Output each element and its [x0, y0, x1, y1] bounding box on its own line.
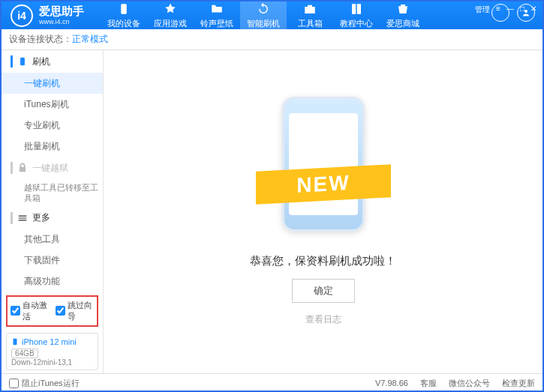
- tab-apps-games[interactable]: 应用游戏: [147, 1, 194, 29]
- sidebar-header-jailbreak: 一键越狱: [2, 157, 103, 179]
- tab-smart-flash[interactable]: 智能刷机: [240, 1, 287, 29]
- svg-point-1: [524, 10, 527, 13]
- svg-rect-3: [14, 338, 17, 344]
- folder-icon: [209, 1, 224, 16]
- support-link[interactable]: 客服: [420, 378, 437, 389]
- sidebar-item-oneclick-flash[interactable]: 一键刷机: [2, 73, 103, 94]
- device-icon: [116, 1, 131, 16]
- sidebar-item-batch-flash[interactable]: 批量刷机: [2, 136, 103, 157]
- checkbox-block-itunes[interactable]: 阻止iTunes运行: [9, 378, 80, 389]
- sidebar-item-itunes-flash[interactable]: iTunes刷机: [2, 94, 103, 115]
- settings-button[interactable]: 管理: [475, 4, 490, 15]
- footer: 阻止iTunes运行 V7.98.66 客服 微信公众号 检查更新: [2, 373, 542, 392]
- book-icon: [349, 1, 364, 16]
- tab-my-device[interactable]: 我的设备: [101, 1, 147, 29]
- sidebar-item-pro-flash[interactable]: 专业刷机: [2, 115, 103, 136]
- sidebar-options-row: 自动激活 跳过向导: [6, 295, 98, 327]
- check-update-link[interactable]: 检查更新: [502, 378, 535, 389]
- refresh-icon: [256, 1, 271, 16]
- sidebar-item-other-tools[interactable]: 其他工具: [2, 229, 103, 250]
- toolbox-icon: [302, 1, 317, 16]
- body-area: 设备连接状态： 正常模式 刷机 一键刷机 iTunes刷机 专业刷机 批量刷机 …: [2, 29, 542, 392]
- main-panel: NEW 恭喜您，保资料刷机成功啦！ 确定 查看日志: [104, 50, 542, 373]
- app-window: i4 爱思助手 www.i4.cn 我的设备 应用游戏 铃声壁纸 智能刷机 工具…: [0, 0, 544, 392]
- list-icon: [17, 213, 28, 223]
- sidebar-header-more[interactable]: 更多: [2, 207, 103, 229]
- svg-rect-2: [20, 58, 25, 66]
- svg-rect-0: [121, 4, 127, 14]
- sidebar-header-flash[interactable]: 刷机: [2, 50, 103, 73]
- status-bar: 设备连接状态： 正常模式: [2, 29, 542, 50]
- device-storage: 64GB: [11, 349, 38, 358]
- tab-tutorials[interactable]: 教程中心: [333, 1, 380, 29]
- device-card[interactable]: iPhone 12 mini 64GB Down-12mini-13,1: [6, 333, 98, 370]
- user-icon[interactable]: [517, 4, 535, 22]
- new-ribbon: NEW: [256, 165, 391, 205]
- sidebar-item-advanced[interactable]: 高级功能: [2, 271, 103, 292]
- nav-tabs: 我的设备 应用游戏 铃声壁纸 智能刷机 工具箱 教程中心 爱思商城: [101, 1, 426, 29]
- store-icon: [395, 1, 410, 16]
- apps-icon: [163, 1, 178, 16]
- content: 刷机 一键刷机 iTunes刷机 专业刷机 批量刷机 一键越狱 越狱工具已转移至…: [2, 50, 542, 373]
- brand-area: i4 爱思助手 www.i4.cn: [2, 4, 93, 27]
- status-value: 正常模式: [72, 33, 108, 46]
- brand-title: 爱思助手: [39, 5, 84, 18]
- version-label: V7.98.66: [375, 379, 408, 388]
- sidebar: 刷机 一键刷机 iTunes刷机 专业刷机 批量刷机 一键越狱 越狱工具已转移至…: [2, 50, 104, 373]
- sidebar-item-download-fw[interactable]: 下载固件: [2, 250, 103, 271]
- sidebar-jailbreak-note: 越狱工具已转移至工具箱: [2, 179, 103, 207]
- phone-small-icon: [11, 337, 19, 347]
- tab-store[interactable]: 爱思商城: [380, 1, 426, 29]
- titlebar-actions: [491, 4, 535, 22]
- view-log-link[interactable]: 查看日志: [305, 313, 341, 326]
- checkbox-auto-activate[interactable]: 自动激活: [11, 300, 50, 322]
- wechat-link[interactable]: 微信公众号: [449, 378, 490, 389]
- success-illustration: NEW: [267, 97, 380, 239]
- brand-url: www.i4.cn: [39, 18, 84, 25]
- lock-icon: [17, 163, 28, 173]
- device-model: Down-12mini-13,1: [11, 358, 93, 367]
- titlebar: i4 爱思助手 www.i4.cn 我的设备 应用游戏 铃声壁纸 智能刷机 工具…: [2, 1, 542, 29]
- status-label: 设备连接状态：: [9, 33, 72, 46]
- download-icon[interactable]: [491, 4, 509, 22]
- tab-toolbox[interactable]: 工具箱: [287, 1, 333, 29]
- checkbox-skip-guide[interactable]: 跳过向导: [56, 300, 95, 322]
- tab-ringtone-wallpaper[interactable]: 铃声壁纸: [194, 1, 240, 29]
- device-name: iPhone 12 mini: [11, 337, 93, 347]
- logo-icon: i4: [11, 4, 33, 27]
- phone-icon: [17, 56, 28, 67]
- success-message: 恭喜您，保资料刷机成功啦！: [250, 254, 396, 268]
- confirm-button[interactable]: 确定: [292, 279, 355, 303]
